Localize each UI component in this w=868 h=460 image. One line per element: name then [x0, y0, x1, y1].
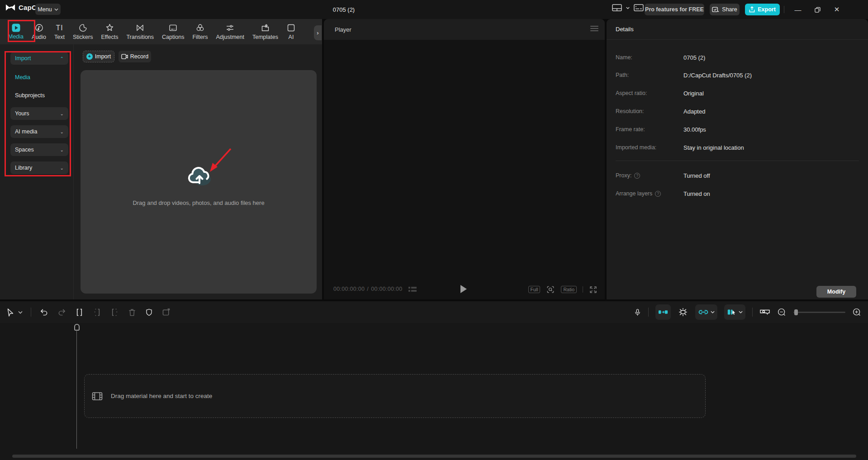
detail-row-arrange-layers: Arrange layers ? Turned on [616, 188, 860, 199]
player-panel: Player 00:00:00:00 / 00:00:00:00 Full Ra… [324, 19, 605, 299]
player-title: Player [335, 26, 351, 33]
frame-list-icon[interactable] [408, 286, 417, 293]
controls-separator [583, 286, 583, 293]
preview-zoom-icon[interactable] [546, 285, 555, 294]
tab-adjustment[interactable]: Adjustment [212, 20, 248, 43]
delete-right-icon[interactable] [110, 308, 119, 317]
chevron-down-icon: ⌄ [60, 129, 64, 134]
sidebar-item-import[interactable]: Import ⌃ [10, 52, 68, 65]
auto-select-toggle[interactable] [724, 304, 745, 320]
player-header: Player [324, 19, 605, 40]
redo-icon[interactable] [57, 308, 66, 317]
details-title: Details [616, 26, 634, 33]
new-draft-icon[interactable] [161, 308, 171, 317]
details-divider [616, 161, 859, 161]
pro-features-button[interactable]: Pro features for FREE [645, 4, 704, 15]
chevron-down-icon: ⌄ [60, 147, 64, 152]
tab-effects[interactable]: Effects [97, 20, 122, 43]
delete-left-icon[interactable] [92, 308, 102, 317]
tab-captions[interactable]: Captions [158, 20, 188, 43]
tab-audio[interactable]: Audio [28, 20, 50, 43]
select-cursor-icon[interactable] [6, 308, 14, 317]
auto-snap-toggle[interactable] [655, 304, 671, 320]
playhead-line [76, 330, 77, 449]
sidebar-item-subprojects[interactable]: Subprojects [10, 90, 68, 100]
media-sidebar: Import ⌃ Media Subprojects Yours ⌄ AI me… [0, 44, 74, 299]
tab-templates[interactable]: Templates [248, 20, 282, 43]
sidebar-item-spaces[interactable]: Spaces ⌄ [10, 143, 68, 156]
timeline-dropzone[interactable]: Drag material here and start to create [84, 374, 706, 418]
modify-button[interactable]: Modify [816, 286, 856, 298]
sidebar-item-yours[interactable]: Yours ⌄ [10, 107, 68, 120]
snap-icon [658, 308, 668, 316]
tab-transitions[interactable]: Transitions [122, 20, 158, 43]
horizontal-scrollbar[interactable] [12, 455, 856, 458]
media-dropzone[interactable]: Drag and drop videos, photos, and audio … [81, 70, 317, 294]
adjustment-icon [225, 23, 235, 33]
voiceover-mic-icon[interactable] [634, 308, 641, 317]
undo-icon[interactable] [39, 308, 49, 317]
mask-icon[interactable] [145, 308, 153, 317]
timeline-area[interactable]: Drag material here and start to create [0, 323, 868, 460]
text-icon: TI [56, 23, 63, 33]
link-toggle[interactable] [695, 304, 717, 320]
tab-filters[interactable]: Filters [188, 20, 212, 43]
titlebar-separator [784, 6, 784, 13]
annotation-arrow [207, 146, 233, 173]
info-icon[interactable]: ? [634, 173, 640, 179]
timecode: 00:00:00:00 / 00:00:00:00 [333, 286, 417, 293]
import-media-button[interactable]: + Import [83, 51, 114, 62]
cursor-mode-chevron-icon[interactable] [18, 311, 23, 314]
tab-stickers[interactable]: Stickers [69, 20, 97, 43]
layout-switch-icon[interactable] [612, 4, 622, 11]
sidebar-item-ai-media[interactable]: AI media ⌄ [10, 125, 68, 138]
audio-icon [34, 23, 44, 33]
transitions-icon [135, 23, 145, 33]
ratio-toggle[interactable]: Ratio [561, 286, 577, 293]
preview-axis-icon[interactable] [678, 307, 688, 317]
timeline-zoom-slider[interactable] [793, 312, 845, 313]
zoom-slider-handle[interactable] [794, 309, 798, 315]
full-size-toggle[interactable]: Full [528, 286, 541, 293]
timeline-toolbar [0, 301, 868, 323]
close-button[interactable]: ✕ [828, 0, 845, 19]
timecode-total: 00:00:00:00 [371, 286, 402, 293]
tabstrip-scroll-right-button[interactable]: › [314, 25, 322, 40]
player-menu-icon[interactable] [590, 26, 598, 32]
tab-ai-clipped[interactable]: AI [282, 20, 300, 43]
link-icon [698, 308, 709, 316]
zoom-out-icon[interactable] [777, 308, 787, 317]
sidebar-item-library[interactable]: Library ⌄ [10, 161, 68, 174]
delete-icon[interactable] [128, 308, 137, 317]
effects-star-icon [105, 23, 114, 33]
minimize-button[interactable]: — [789, 0, 806, 19]
export-button[interactable]: Export [745, 4, 780, 15]
camera-icon [121, 54, 128, 59]
restore-button[interactable] [809, 0, 826, 19]
film-strip-icon [92, 392, 103, 401]
detail-row-name: Name: 0705 (2) [616, 52, 860, 63]
timeline-ruler-icon[interactable] [759, 308, 770, 317]
timecode-current: 00:00:00:00 [333, 286, 365, 293]
tab-media[interactable]: Media [4, 20, 28, 43]
split-icon[interactable] [75, 308, 84, 317]
tab-text[interactable]: TI Text [50, 20, 69, 43]
timeline-placeholder-text: Drag material here and start to create [111, 393, 212, 399]
sidebar-item-media[interactable]: Media [10, 72, 68, 82]
info-icon[interactable]: ? [655, 191, 661, 197]
playhead-handle[interactable] [74, 324, 80, 331]
fullscreen-icon[interactable] [589, 285, 598, 294]
project-title: 0705 (2) [285, 0, 403, 19]
shortcuts-icon[interactable] [634, 4, 644, 11]
record-button[interactable]: Record [119, 51, 151, 62]
captions-icon [168, 23, 178, 33]
detail-row-proxy: Proxy: ? Turned off [616, 170, 860, 181]
menu-button[interactable]: Menu [35, 4, 61, 15]
share-button[interactable]: Share [710, 4, 740, 15]
zoom-in-icon[interactable] [852, 308, 862, 317]
layout-chevron-icon[interactable] [626, 7, 630, 9]
dropzone-hint: Drag and drop videos, photos, and audio … [81, 199, 317, 206]
stickers-icon [78, 23, 88, 33]
detail-row-aspect-ratio: Aspect ratio: Original [616, 88, 860, 99]
play-button[interactable] [460, 285, 467, 293]
